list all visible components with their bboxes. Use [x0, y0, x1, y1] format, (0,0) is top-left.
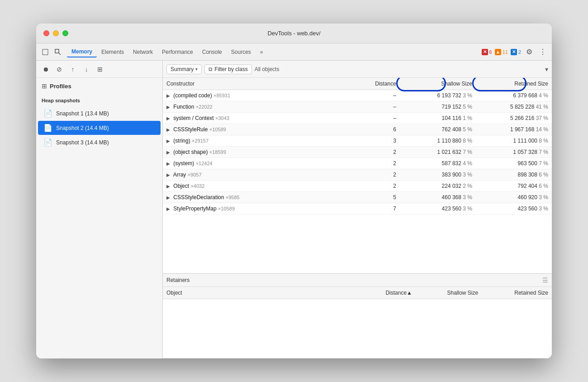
sidebar-toolbar: ⏺ ⊘ ↑ ↓ ⊞ — [36, 61, 162, 78]
close-button[interactable] — [43, 30, 49, 36]
td-constructor: ▶ system / Context ×3043 — [163, 113, 364, 124]
table-row[interactable]: ▶ CSSStyleRule ×10589 6 762 408 5 % 1 96… — [163, 124, 552, 135]
summary-label: Summary — [171, 66, 194, 72]
table-body: ▶ (compiled code) ×85931 – 6 193 732 3 %… — [163, 90, 552, 215]
th-distance[interactable]: Distance — [364, 78, 400, 90]
constructor-name: StylePropertyMap — [173, 205, 216, 212]
td-retained-num: 5 825 228 41 % — [476, 101, 552, 113]
expand-arrow[interactable]: ▶ — [166, 150, 170, 155]
th-retainers-object[interactable]: Object — [163, 287, 357, 299]
warning-badge[interactable]: ▲ 11 — [495, 49, 508, 55]
td-retained-num: 6 379 668 4 % — [476, 90, 552, 101]
inspect-icon-btn[interactable] — [52, 47, 63, 57]
expand-arrow[interactable]: ▶ — [166, 93, 170, 98]
td-shallow-num: 6 193 732 3 % — [400, 90, 476, 101]
filter-button[interactable]: ⧉ Filter by class — [204, 64, 251, 74]
constructor-name: CSSStyleRule — [173, 126, 208, 133]
td-retained-num: 1 111 000 8 % — [476, 135, 552, 147]
retainers-object-label: Object — [166, 290, 182, 296]
cursor-icon-btn[interactable] — [40, 47, 51, 57]
table-row[interactable]: ▶ (system) ×12424 2 587 832 4 % 963 500 … — [163, 158, 552, 169]
expand-arrow[interactable]: ▶ — [166, 172, 170, 177]
th-retainers-shallow[interactable]: Shallow Size — [416, 287, 482, 299]
upload-button[interactable]: ↑ — [67, 63, 79, 75]
warning-count: 11 — [503, 49, 508, 55]
clear-button[interactable]: ⊞ — [94, 63, 106, 75]
snapshot-label-1: Snapshot 1 (13.4 MB) — [56, 110, 109, 117]
table-row[interactable]: ▶ Object ×4032 2 224 032 2 % 792 404 6 % — [163, 181, 552, 192]
retainers-retained-label: Retained Size — [514, 290, 548, 296]
tab-bar-icons — [40, 47, 63, 57]
settings-button[interactable]: ⚙ — [524, 47, 535, 57]
expand-arrow[interactable]: ▶ — [166, 195, 170, 200]
minimize-button[interactable] — [53, 30, 59, 36]
table-row[interactable]: ▶ (compiled code) ×85931 – 6 193 732 3 %… — [163, 90, 552, 101]
constructor-count: ×18599 — [209, 149, 226, 155]
tab-console[interactable]: Console — [198, 47, 227, 57]
table-row[interactable]: ▶ (string) ×29157 3 1 110 880 8 % 1 111 … — [163, 135, 552, 147]
stop-button[interactable]: ⊘ — [53, 63, 65, 75]
td-constructor: ▶ CSSStyleRule ×10589 — [163, 124, 364, 135]
constructor-name: CSSStyleDeclaration — [173, 194, 224, 201]
constructor-count: ×22022 — [196, 104, 213, 110]
panel-toolbar: Summary ▾ ⧉ Filter by class All objects … — [163, 61, 552, 78]
th-retained-size[interactable]: Retained Size — [476, 78, 552, 90]
retainers-menu-icon[interactable]: ☰ — [542, 277, 548, 284]
snapshot-label-2: Snapshot 2 (14.4 MB) — [56, 125, 109, 131]
error-count: 6 — [489, 49, 492, 55]
download-button[interactable]: ↓ — [81, 63, 92, 75]
td-retained-num: 963 500 7 % — [476, 158, 552, 169]
td-retained-num: 792 404 6 % — [476, 181, 552, 192]
tab-network[interactable]: Network — [128, 47, 157, 57]
tab-elements[interactable]: Elements — [97, 47, 128, 57]
th-retainers-distance[interactable]: Distance▲ — [357, 287, 416, 299]
info-badge[interactable]: ✕ 2 — [511, 49, 521, 55]
table-row[interactable]: ▶ system / Context ×3043 – 104 116 1 % 5… — [163, 113, 552, 124]
snapshot-item-1[interactable]: 📄 Snapshot 1 (13.4 MB) — [38, 106, 161, 120]
summary-dropdown[interactable]: Summary ▾ — [166, 64, 202, 74]
table-upper: Constructor Distance Shallow Size Retain… — [163, 78, 552, 273]
more-button[interactable]: ⋮ — [537, 47, 548, 57]
profiles-icon: ⊞ — [42, 82, 47, 90]
th-shallow-size[interactable]: Shallow Size — [400, 78, 476, 90]
expand-arrow[interactable]: ▶ — [166, 206, 170, 211]
expand-arrow[interactable]: ▶ — [166, 116, 170, 121]
th-retainers-retained[interactable]: Retained Size — [482, 287, 552, 299]
tab-sources[interactable]: Sources — [227, 47, 256, 57]
maximize-button[interactable] — [62, 30, 68, 36]
heap-snapshots-title: Heap snapshots — [36, 92, 162, 106]
tab-memory[interactable]: Memory — [67, 47, 97, 57]
snapshot-list: ⊞ Profiles Heap snapshots 📄 Snapshot 1 (… — [36, 78, 162, 358]
td-retained-num: 460 920 3 % — [476, 192, 552, 203]
retainers-shallow-label: Shallow Size — [447, 290, 478, 296]
shallow-size-circle-annotation — [396, 78, 446, 91]
retainers-section: Retainers ☰ Object Distance▲ — [163, 273, 552, 358]
table-row[interactable]: ▶ CSSStyleDeclaration ×9585 5 460 368 3 … — [163, 192, 552, 203]
expand-arrow[interactable]: ▶ — [166, 184, 170, 189]
td-retained-num: 5 266 216 37 % — [476, 113, 552, 124]
table-row[interactable]: ▶ StylePropertyMap ×10589 7 423 560 3 % … — [163, 203, 552, 215]
th-constructor[interactable]: Constructor — [163, 78, 364, 90]
constructor-count: ×29157 — [192, 138, 209, 143]
tab-more[interactable]: » — [256, 47, 268, 57]
expand-arrow[interactable]: ▶ — [166, 127, 170, 132]
error-badge[interactable]: ✕ 6 — [482, 49, 492, 55]
table-header-row: Constructor Distance Shallow Size Retain… — [163, 78, 552, 90]
expand-arrow[interactable]: ▶ — [166, 138, 170, 143]
expand-arrow[interactable]: ▶ — [166, 105, 170, 110]
tab-performance[interactable]: Performance — [157, 47, 198, 57]
snapshot-item-2[interactable]: 📄 Snapshot 2 (14.4 MB) — [38, 121, 161, 135]
table-row[interactable]: ▶ Array ×9057 2 383 900 3 % 898 308 6 % — [163, 169, 552, 181]
expand-arrow[interactable]: ▶ — [166, 161, 170, 166]
table-row[interactable]: ▶ Function ×22022 – 719 152 5 % 5 825 22… — [163, 101, 552, 113]
toolbar-more-arrow[interactable]: ▾ — [545, 66, 548, 73]
table-row[interactable]: ▶ (object shape) ×18599 2 1 021 632 7 % … — [163, 147, 552, 158]
retainers-header: Retainers ☰ — [163, 274, 552, 287]
td-distance: 5 — [364, 192, 400, 203]
record-button[interactable]: ⏺ — [40, 63, 52, 75]
td-shallow-num: 423 560 3 % — [400, 203, 476, 215]
window-title: DevTools - web.dev/ — [267, 30, 320, 37]
snapshot-item-3[interactable]: 📄 Snapshot 3 (14.4 MB) — [38, 135, 161, 149]
td-constructor: ▶ (system) ×12424 — [163, 158, 364, 169]
devtools-window: DevTools - web.dev/ Memory Elements Netw… — [36, 24, 552, 358]
